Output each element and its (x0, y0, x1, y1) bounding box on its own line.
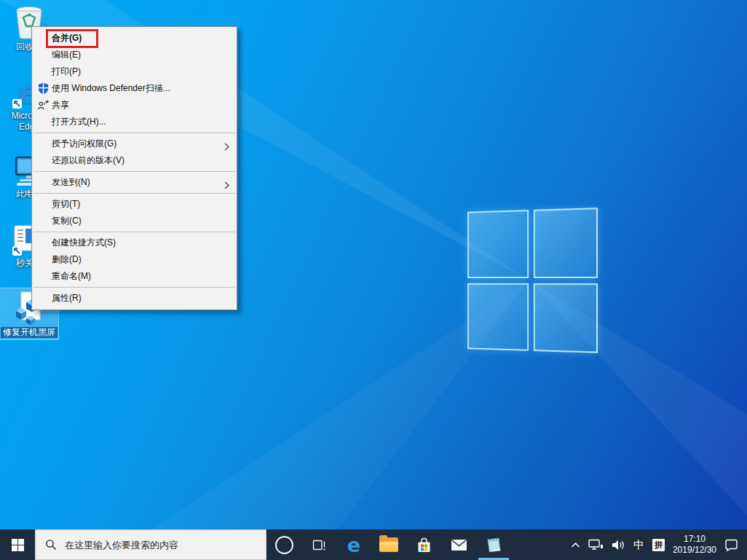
ime-mode-badge[interactable]: 拼 (652, 539, 665, 551)
task-view-icon (312, 538, 326, 552)
menu-item-properties[interactable]: 属性(R) (32, 290, 237, 307)
menu-item-print[interactable]: 打印(P) (32, 63, 237, 80)
action-center-icon (724, 538, 738, 552)
cortana-button[interactable] (266, 529, 301, 560)
microsoft-store-button[interactable] (406, 529, 441, 560)
shortcut-arrow-icon (12, 246, 22, 256)
clock-time: 17:10 (684, 534, 706, 544)
menu-item-delete[interactable]: 删除(D) (32, 251, 237, 268)
show-hidden-icons-button[interactable] (571, 542, 580, 548)
menu-item-restore-previous-versions[interactable]: 还原以前的版本(V) (32, 152, 237, 169)
menu-separator (33, 193, 235, 194)
edge-icon: e (347, 535, 360, 555)
cortana-icon (275, 536, 293, 554)
defender-shield-icon (37, 82, 50, 95)
task-view-button[interactable] (301, 529, 336, 560)
menu-item-copy[interactable]: 复制(C) (32, 213, 237, 229)
action-center-button[interactable] (724, 538, 738, 552)
speaker-icon (612, 540, 625, 551)
chevron-up-icon (571, 542, 580, 548)
ime-language-indicator[interactable]: 中 (633, 538, 644, 552)
mail-icon (451, 539, 467, 551)
menu-item-open-with[interactable]: 打开方式(H)... (32, 114, 237, 130)
clock-date: 2019/12/30 (673, 545, 716, 555)
menu-separator (33, 232, 235, 232)
mail-button[interactable] (441, 529, 476, 560)
notepad-taskbar-button[interactable] (476, 529, 511, 560)
start-button[interactable] (0, 529, 35, 560)
menu-item-edit[interactable]: 编辑(E) (32, 47, 237, 63)
menu-item-merge[interactable]: 合并(G) (32, 30, 237, 47)
menu-separator (33, 171, 235, 172)
windows-logo-wallpaper (467, 208, 598, 353)
notepad-icon (486, 537, 502, 553)
share-icon (37, 99, 50, 111)
menu-separator (33, 287, 235, 288)
taskbar-search-box[interactable] (35, 529, 266, 560)
menu-item-rename[interactable]: 重命名(M) (32, 268, 237, 285)
file-explorer-icon (379, 537, 398, 552)
shortcut-arrow-icon (12, 99, 22, 109)
menu-item-share[interactable]: 共享 (32, 97, 237, 114)
taskbar: e (0, 529, 747, 560)
windows-start-icon (12, 539, 24, 551)
network-icon (588, 539, 604, 551)
menu-item-create-shortcut[interactable]: 创建快捷方式(S) (32, 234, 237, 251)
menu-item-give-access[interactable]: 授予访问权限(G) (32, 135, 237, 152)
file-explorer-button[interactable] (371, 529, 406, 560)
menu-item-send-to[interactable]: 发送到(N) (32, 174, 237, 191)
search-icon (45, 539, 57, 551)
taskbar-clock[interactable]: 17:10 2019/12/30 (673, 534, 716, 556)
search-input[interactable] (63, 539, 248, 551)
menu-item-defender-scan[interactable]: 使用 Windows Defender扫描... (32, 80, 237, 97)
network-status-button[interactable] (588, 539, 604, 551)
volume-button[interactable] (612, 540, 625, 551)
submenu-arrow-icon (224, 178, 229, 195)
menu-separator (33, 133, 235, 133)
context-menu: 合并(G) 编辑(E) 打印(P) 使用 Windows Defender扫描.… (31, 26, 237, 310)
edge-taskbar-button[interactable]: e (336, 529, 371, 560)
desktop-icon-label: 修复开机黑屏 (1, 327, 58, 338)
store-icon (416, 537, 432, 553)
system-tray: 中 拼 17:10 2019/12/30 (566, 529, 747, 560)
menu-item-cut[interactable]: 剪切(T) (32, 196, 237, 213)
